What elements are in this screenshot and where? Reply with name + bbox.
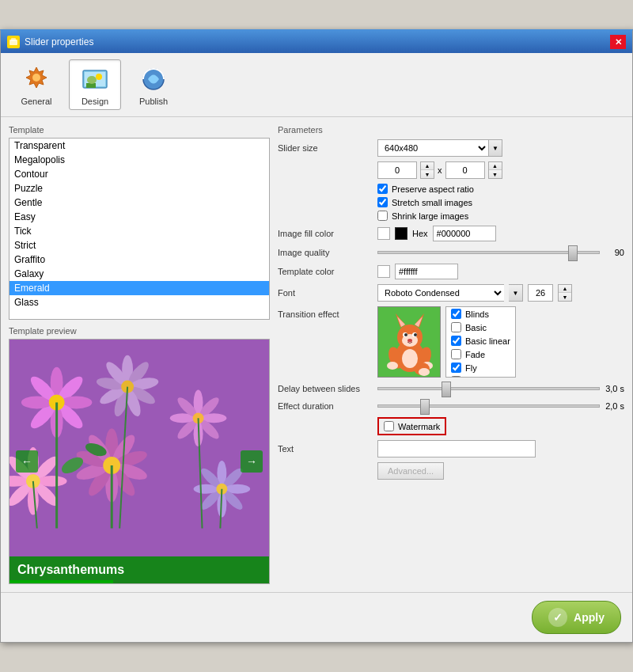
template-preview-section: Template preview xyxy=(9,326,270,584)
template-list-item[interactable]: Transparent xyxy=(9,139,269,153)
fill-color-preview-white[interactable] xyxy=(377,227,390,240)
shrink-large-checkbox[interactable] xyxy=(377,211,388,221)
design-icon xyxy=(79,63,111,95)
stretch-small-label[interactable]: Stretch small images xyxy=(392,198,472,207)
text-row: Text xyxy=(278,440,624,457)
transition-list-item[interactable]: Flip xyxy=(446,374,515,378)
transition-list-container: BlindsBasicBasic linearFadeFlyFlip xyxy=(445,306,516,378)
template-list-item[interactable]: Easy xyxy=(9,210,269,224)
transition-list-item[interactable]: Basic xyxy=(446,321,515,334)
template-color-label: Template color xyxy=(278,267,373,276)
stretch-small-checkbox[interactable] xyxy=(377,197,388,207)
transition-checkbox[interactable] xyxy=(451,322,461,332)
template-list-item[interactable]: Tick xyxy=(9,224,269,238)
slider-size-control: 640x480800x6001024x7681280x720 ▼ xyxy=(377,139,502,157)
template-list-item[interactable]: Contour xyxy=(9,167,269,181)
transition-list-item[interactable]: Fade xyxy=(446,347,515,361)
preview-nav-right[interactable]: → xyxy=(241,450,263,473)
font-size-up-btn[interactable]: ▲ xyxy=(559,285,571,293)
transition-name: Fly xyxy=(465,363,477,373)
image-fill-row: Image fill color Hex xyxy=(278,226,624,241)
effect-label: Effect duration xyxy=(278,401,373,411)
delay-value: 3,0 s xyxy=(605,384,624,393)
template-list-item[interactable]: Emerald xyxy=(9,281,269,295)
tab-general-label: General xyxy=(21,97,51,106)
transition-list-item[interactable]: Blinds xyxy=(446,307,515,321)
close-button[interactable]: ✕ xyxy=(610,35,626,49)
preview-nav-left[interactable]: ← xyxy=(16,450,38,473)
transition-list-item[interactable]: Fly xyxy=(446,361,515,374)
width-up-btn[interactable]: ▲ xyxy=(421,162,434,170)
height-down-btn[interactable]: ▼ xyxy=(489,170,502,178)
font-select[interactable]: Roboto CondensedArialTimes New RomanVerd… xyxy=(377,284,504,302)
tab-publish-label: Publish xyxy=(139,97,168,106)
slider-size-dropdown-btn[interactable]: ▼ xyxy=(488,139,502,157)
transition-checkbox[interactable] xyxy=(451,309,461,319)
template-list-item[interactable]: Gentle xyxy=(9,196,269,210)
effect-duration-slider[interactable] xyxy=(377,400,600,412)
template-list-item[interactable]: Megalopolis xyxy=(9,153,269,167)
app-icon xyxy=(7,36,20,48)
slider-size-row: Slider size 640x480800x6001024x7681280x7… xyxy=(278,139,624,157)
fill-color-swatch[interactable] xyxy=(395,227,407,240)
transition-section: BlindsBasicBasic linearFadeFlyFlip xyxy=(377,306,516,378)
font-label: Font xyxy=(278,288,373,298)
fill-hex-input[interactable] xyxy=(433,226,496,241)
template-list-item[interactable]: Galaxy xyxy=(9,267,269,281)
transition-label: Transition effect xyxy=(278,309,373,319)
tab-general[interactable]: General xyxy=(10,59,63,110)
transition-name: Basic xyxy=(465,323,487,332)
text-input[interactable] xyxy=(377,440,536,457)
width-down-btn[interactable]: ▼ xyxy=(421,170,434,178)
width-input[interactable] xyxy=(377,161,417,179)
font-dropdown-btn[interactable]: ▼ xyxy=(509,284,523,302)
tab-design-label: Design xyxy=(81,97,108,106)
delay-slider-container: 3,0 s xyxy=(377,382,624,395)
template-list-item[interactable]: Glass xyxy=(9,295,269,309)
transition-checkbox[interactable] xyxy=(451,349,461,359)
template-list-item[interactable]: Graffito xyxy=(9,252,269,267)
shrink-large-label[interactable]: Shrink large images xyxy=(392,211,468,221)
transition-checkbox[interactable] xyxy=(451,336,461,346)
font-size-down-btn[interactable]: ▼ xyxy=(559,293,571,301)
delay-slider[interactable] xyxy=(377,382,600,395)
transition-checkbox[interactable] xyxy=(451,363,461,373)
bottom-bar: ✓ Apply xyxy=(1,592,632,642)
transition-list-item[interactable]: Basic linear xyxy=(446,334,515,347)
image-quality-value: 90 xyxy=(605,248,624,257)
svg-point-7 xyxy=(96,74,102,80)
publish-icon xyxy=(138,63,169,95)
watermark-label[interactable]: Watermark xyxy=(398,422,440,431)
height-input[interactable] xyxy=(445,161,485,179)
template-color-swatch[interactable] xyxy=(377,265,390,278)
general-icon xyxy=(21,63,52,95)
template-color-hex[interactable] xyxy=(395,264,458,279)
template-list: TransparentMegalopolisContourPuzzleGentl… xyxy=(9,139,269,319)
template-list-item[interactable]: Puzzle xyxy=(9,181,269,196)
advanced-button[interactable]: Advanced... xyxy=(377,462,444,480)
apply-button[interactable]: ✓ Apply xyxy=(532,601,621,634)
image-quality-slider[interactable] xyxy=(377,246,600,259)
delay-label: Delay between slides xyxy=(278,384,373,393)
preserve-aspect-checkbox[interactable] xyxy=(377,184,388,194)
preserve-aspect-label[interactable]: Preserve aspect ratio xyxy=(392,184,474,194)
svg-point-86 xyxy=(414,333,417,336)
svg-rect-1 xyxy=(11,38,16,41)
watermark-checkbox[interactable] xyxy=(384,421,394,431)
watermark-row: Watermark xyxy=(278,417,624,435)
slider-size-label: Slider size xyxy=(278,143,373,153)
slider-size-select[interactable]: 640x480800x6001024x7681280x720 xyxy=(377,139,488,157)
tab-publish[interactable]: Publish xyxy=(127,59,180,110)
font-size-input[interactable] xyxy=(528,284,553,302)
template-list-item[interactable]: Strict xyxy=(9,238,269,252)
preview-image xyxy=(9,340,269,583)
height-up-btn[interactable]: ▲ xyxy=(489,162,502,170)
transition-name: Blinds xyxy=(465,309,489,319)
transition-checkbox[interactable] xyxy=(451,376,461,378)
template-color-control xyxy=(377,264,458,279)
fox-svg xyxy=(378,307,441,378)
svg-point-90 xyxy=(387,362,398,370)
tab-design[interactable]: Design xyxy=(69,59,121,110)
effect-row: Effect duration 2,0 s xyxy=(278,400,624,412)
svg-point-93 xyxy=(419,368,430,376)
